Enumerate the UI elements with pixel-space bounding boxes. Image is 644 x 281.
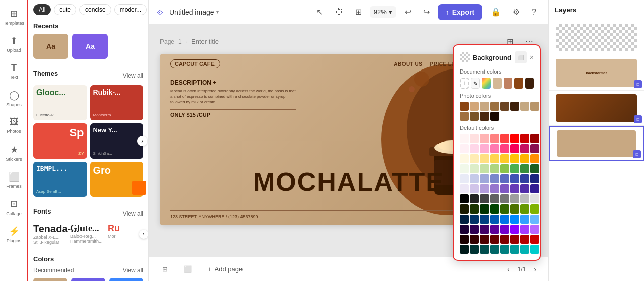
toolbar-item-photos[interactable]: 🖼 Photos [3,113,25,138]
color-swatch-1[interactable]: Aa [33,278,67,281]
def-color-5-6[interactable] [510,174,519,183]
def-color-9-3[interactable] [480,215,489,224]
doc-color-3[interactable] [514,78,523,89]
def-color-5-8[interactable] [530,174,539,183]
def-color-9-7[interactable] [520,215,529,224]
def-color-9-5[interactable] [500,215,509,224]
def-color-10-8[interactable] [530,225,539,234]
photo-color-2[interactable] [470,102,479,111]
toolbar-item-stickers[interactable]: ★ Stickers [3,140,25,165]
page-fwd-btn[interactable]: › [530,263,540,275]
def-color-11-1[interactable] [460,235,469,244]
add-page-btn[interactable]: + Add page [203,262,248,276]
doc-color-add-btn[interactable]: + [460,78,469,89]
fonts-next-btn[interactable]: › [139,230,148,239]
photo-color-10[interactable] [470,112,479,121]
def-color-10-4[interactable] [490,225,499,234]
def-color-11-8[interactable] [530,235,539,244]
layer-thumb-1[interactable] [549,20,644,55]
photo-color-12[interactable] [490,112,499,121]
doc-color-2[interactable] [504,78,512,89]
def-color-6-2[interactable] [470,184,479,193]
filter-tab-all[interactable]: All [33,4,51,15]
def-color-1-5[interactable] [500,134,509,143]
def-color-3-7[interactable] [520,154,529,163]
def-color-4-6[interactable] [510,164,519,173]
layout-tool-btn[interactable]: ⊞ [351,5,366,19]
def-color-11-2[interactable] [470,235,479,244]
font-card-2[interactable]: Glute... Baloo-Reg... Hammersmith... [70,223,105,244]
theme-card-2[interactable]: Rubik-... Montserra... [90,85,144,120]
color-swatch-3[interactable]: A › [109,278,143,281]
bg-popup-icon-btn[interactable]: ⬜ [515,51,527,63]
def-color-6-6[interactable] [510,184,519,193]
page-back-btn[interactable]: ‹ [503,263,514,275]
def-color-12-5[interactable] [500,245,509,254]
export-button[interactable]: ↑ Export [438,4,482,20]
def-color-4-3[interactable] [480,164,489,173]
def-color-3-1[interactable] [460,154,469,163]
def-color-1-3[interactable] [480,134,489,143]
def-color-12-7[interactable] [520,245,529,254]
def-color-12-2[interactable] [470,245,479,254]
def-color-2-8[interactable] [530,144,539,153]
theme-card-3[interactable]: Sp ZY [33,123,87,159]
layer-thumb-4[interactable]: ⊡ [549,126,644,161]
colors-view-all[interactable]: View all [123,267,143,274]
def-color-10-6[interactable] [510,225,519,234]
def-color-2-4[interactable] [490,144,499,153]
def-color-8-4[interactable] [490,204,499,214]
def-color-5-1[interactable] [460,174,469,183]
themes-view-all[interactable]: View all [123,72,143,79]
def-color-12-6[interactable] [510,245,519,254]
layer-thumb-3[interactable]: ⊡ [549,91,644,126]
def-color-4-4[interactable] [490,164,499,173]
def-color-1-6[interactable] [510,134,519,143]
theme-card-5[interactable]: IBMPL... Asap-SemB... [33,162,87,197]
def-color-5-5[interactable] [500,174,509,183]
def-color-12-8[interactable] [530,245,539,254]
def-color-11-5[interactable] [500,235,509,244]
def-color-10-2[interactable] [470,225,479,234]
recent-item-2[interactable]: Aa [72,34,108,59]
def-color-2-6[interactable] [510,144,519,153]
def-color-8-5[interactable] [500,204,509,214]
def-color-7-6[interactable] [510,194,519,203]
page-title-input[interactable] [191,38,499,45]
zoom-control[interactable]: 92% ▾ [370,6,396,18]
def-color-6-7[interactable] [520,184,529,193]
def-color-11-7[interactable] [520,235,529,244]
toolbar-item-templates[interactable]: ⊞ Templates [3,4,25,29]
def-color-9-1[interactable] [460,215,469,224]
toolbar-item-collage[interactable]: ⊡ Collage [3,194,25,220]
def-color-5-7[interactable] [520,174,529,183]
def-color-8-8[interactable] [530,204,539,214]
def-color-7-5[interactable] [500,194,509,203]
def-color-10-7[interactable] [520,225,529,234]
theme-card-4[interactable]: New Y... SinkinSa... [90,123,144,159]
layer-thumb-2[interactable]: backstormer ⊡ [549,55,644,91]
def-color-4-5[interactable] [500,164,509,173]
bg-popup-close-btn[interactable]: × [530,53,534,61]
def-color-2-5[interactable] [500,144,509,153]
photo-color-9[interactable] [460,112,469,121]
photo-color-8[interactable] [530,102,539,111]
def-color-9-6[interactable] [510,215,519,224]
photo-color-3[interactable] [480,102,489,111]
def-color-3-4[interactable] [490,154,499,163]
def-color-3-5[interactable] [500,154,509,163]
redo-btn[interactable]: ↪ [419,5,434,19]
def-color-7-2[interactable] [470,194,479,203]
def-color-1-8[interactable] [530,134,539,143]
def-color-3-6[interactable] [510,154,519,163]
color-swatch-2[interactable]: Aa [71,278,106,281]
settings-icon[interactable]: ⚙ [509,5,524,19]
def-color-8-7[interactable] [520,204,529,214]
toolbar-item-shapes[interactable]: ◯ Shapes [3,86,25,111]
thumbnail-btn[interactable]: ⬜ [179,262,197,276]
def-color-3-8[interactable] [530,154,539,163]
def-color-5-2[interactable] [470,174,479,183]
def-color-4-8[interactable] [530,164,539,173]
file-name[interactable]: Untitled image ▾ [169,8,219,16]
def-color-2-2[interactable] [470,144,479,153]
